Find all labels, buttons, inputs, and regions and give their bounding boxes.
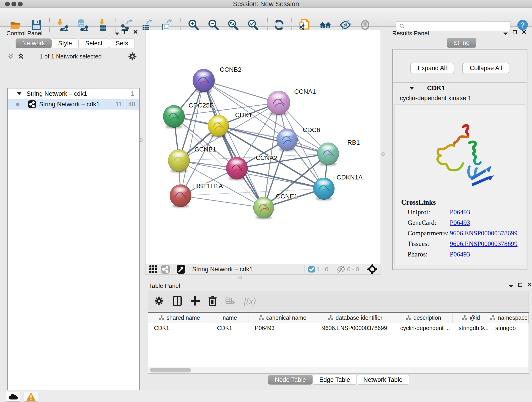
delete-column-icon[interactable] — [208, 296, 217, 306]
table-hscrollbar-thumb[interactable] — [150, 368, 191, 372]
grid-view-icon[interactable] — [149, 265, 157, 274]
delete-table-icon[interactable] — [225, 297, 234, 305]
results-panel-menu-icon[interactable] — [503, 32, 508, 35]
birdseye-toggle-icon[interactable] — [367, 264, 377, 274]
zoom-out-icon — [207, 19, 220, 31]
network-node-label: CDKN1A — [336, 174, 363, 181]
tab-network-table[interactable]: Network Table — [357, 375, 409, 385]
network-canvas[interactable]: CCNB2CCNA1CDC25BCDK1CDC6RB1CCNB1CCNA2CDK… — [145, 30, 381, 264]
crosslink-value-link[interactable]: 9606.ENSP00000378699 — [450, 230, 518, 240]
column-header-namespace[interactable]: namespace — [489, 313, 529, 323]
export-table-icon — [141, 19, 153, 31]
crosslink-row: Pharos: P06493 — [408, 250, 522, 261]
network-graph[interactable]: CCNB2CCNA1CDC25BCDK1CDC6RB1CCNB1CCNA2CDK… — [146, 30, 380, 264]
column-header-shared-name[interactable]: shared name — [148, 313, 211, 323]
column-header--id[interactable]: @id — [453, 313, 489, 323]
network-node[interactable] — [226, 157, 248, 180]
crosslink-value-link[interactable]: P06493 — [450, 219, 470, 230]
results-panel-title: Results Panel — [392, 30, 429, 37]
cloud-status-button[interactable] — [6, 392, 20, 402]
tab-select[interactable]: Select — [79, 38, 109, 48]
network-node[interactable] — [168, 149, 190, 173]
selected-checkbox-icon[interactable] — [308, 266, 315, 273]
left-splitter-handle[interactable] — [139, 138, 143, 142]
control-panel-float-icon[interactable] — [124, 30, 128, 34]
network-list: String Network – cdk1 1 String Network –… — [7, 88, 140, 402]
results-protein-card: CDK1 cyclin-dependent kinase 1 CrossLink… — [392, 83, 527, 270]
results-panel-float-icon[interactable] — [513, 30, 517, 34]
table-cell[interactable]: CDK1 — [148, 323, 211, 333]
function-builder-icon[interactable]: f(x) — [244, 296, 256, 306]
column-header-label: @id — [470, 314, 480, 321]
network-node[interactable] — [253, 197, 274, 219]
create-column-icon[interactable] — [191, 296, 200, 306]
table-gear-icon[interactable] — [154, 296, 164, 306]
protein-collapse-icon[interactable] — [409, 86, 414, 90]
table-hscrollbar[interactable] — [148, 367, 529, 374]
tab-node-table[interactable]: Node Table — [268, 375, 312, 385]
protein-header-row[interactable]: CDK1 — [393, 83, 527, 94]
control-panel-close-icon[interactable]: ✕ — [133, 28, 138, 36]
network-edge[interactable] — [204, 80, 279, 103]
show-columns-icon[interactable] — [173, 296, 182, 306]
tab-edge-table[interactable]: Edge Table — [312, 375, 357, 385]
network-node[interactable] — [163, 105, 185, 128]
column-header-label: name — [223, 314, 237, 321]
table-bottom-border — [148, 374, 529, 374]
column-header-database-identifier[interactable]: database identifier — [316, 313, 394, 323]
horizontal-splitter-handle[interactable] — [238, 276, 242, 279]
collection-expand-icon[interactable] — [17, 92, 22, 95]
network-node-label: CCNE1 — [276, 193, 298, 200]
network-node[interactable] — [317, 143, 339, 166]
table-cell[interactable]: stringdb:9... — [453, 323, 489, 333]
tab-style[interactable]: Style — [51, 38, 79, 48]
table-cell[interactable]: 9606.ENSP00000378699 — [316, 323, 394, 333]
crosslink-value-link[interactable]: P06493 — [450, 250, 470, 261]
expand-all-button[interactable]: Expand All — [410, 63, 454, 73]
network-view-icon[interactable] — [161, 265, 170, 274]
network-node[interactable] — [313, 178, 335, 200]
table-row[interactable]: CDK1CDK1P064939606.ENSP00000378699cyclin… — [148, 323, 529, 333]
table-panel-title: Table Panel — [149, 282, 180, 289]
network-node[interactable] — [208, 115, 229, 137]
table-tabs: Node Table Edge Table Network Table — [145, 375, 532, 385]
network-node-label: RB1 — [347, 139, 360, 146]
network-view-toolbar: String Network – cdk1 1 - 0 0 - 0 — [145, 264, 381, 274]
table-cell[interactable]: CDK1 — [211, 323, 249, 333]
hidden-eye-icon[interactable] — [336, 265, 346, 273]
table-cell[interactable]: P06493 — [249, 323, 316, 333]
right-splitter-handle[interactable] — [381, 152, 385, 156]
protein-details: cyclin-dependent kinase 1 CrossLinks Uni… — [394, 104, 525, 265]
table-panel-menu-icon[interactable] — [509, 285, 514, 288]
network-node[interactable] — [277, 128, 298, 151]
table-panel-close-icon[interactable]: ✕ — [527, 281, 532, 288]
results-panel-close-icon[interactable]: ✕ — [521, 28, 527, 36]
table-cell[interactable]: stringdb — [489, 323, 529, 333]
column-header-name[interactable]: name — [211, 313, 249, 323]
warning-status-button[interactable] — [24, 392, 38, 402]
network-view-title: String Network – cdk1 — [192, 266, 253, 273]
tab-string[interactable]: String — [447, 38, 476, 48]
network-row-selected[interactable]: String Network – cdk1 11 48 — [8, 99, 139, 109]
network-node-label: CCNB2 — [220, 66, 241, 73]
control-panel-menu-icon[interactable] — [114, 32, 120, 35]
shared-column-icon — [462, 315, 467, 321]
network-collection-row[interactable]: String Network – cdk1 1 — [8, 89, 139, 99]
open-in-window-icon[interactable] — [177, 265, 185, 274]
column-header-canonical-name[interactable]: canonical name — [249, 313, 316, 323]
column-header-description[interactable]: description — [394, 313, 453, 323]
network-edge[interactable] — [181, 196, 264, 208]
network-node[interactable] — [170, 185, 191, 208]
footer-separator — [304, 265, 305, 273]
tab-sets[interactable]: Sets — [109, 38, 135, 48]
table-panel-float-icon[interactable] — [518, 283, 522, 287]
crosslink-value-link[interactable]: P06493 — [450, 208, 470, 219]
network-edge[interactable] — [181, 189, 324, 196]
network-node[interactable] — [267, 91, 290, 115]
network-current-dot — [16, 103, 19, 106]
table-cell[interactable]: cyclin-dependent ... — [394, 323, 453, 333]
gear-icon[interactable] — [128, 52, 137, 61]
crosslink-value-link[interactable]: 9606.ENSP00000378699 — [450, 240, 518, 250]
tab-network[interactable]: Network — [16, 38, 51, 48]
collapse-all-button[interactable]: Collapse All — [462, 63, 509, 73]
